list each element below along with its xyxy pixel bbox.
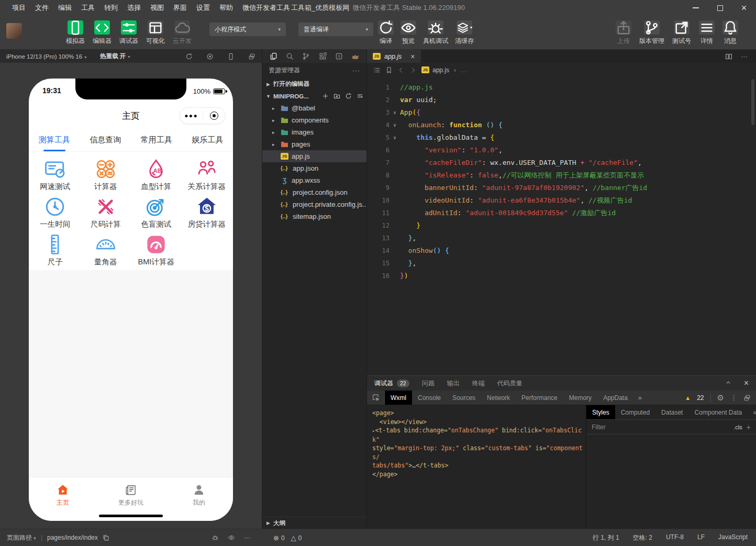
tree-item-pages[interactable]: ▸pages: [262, 138, 366, 150]
close-panel-icon[interactable]: ×: [744, 378, 749, 388]
cls-toggle[interactable]: .cls: [733, 424, 742, 430]
navigate-back-icon[interactable]: [397, 66, 405, 74]
more-dots-icon[interactable]: ●●●: [180, 112, 203, 119]
devtools-tab-Wxml[interactable]: Wxml: [385, 391, 412, 405]
menu-item-10[interactable]: 微信开发者工具: [238, 0, 295, 16]
menu-item-2[interactable]: 编辑: [53, 0, 76, 16]
filter-input[interactable]: Filter: [592, 424, 606, 431]
devtools-tab-Performance[interactable]: Performance: [516, 391, 563, 405]
phone-icon[interactable]: [227, 53, 235, 60]
cascade-icon[interactable]: [248, 53, 255, 60]
toolbar-button-bug[interactable]: 真机调试: [423, 20, 448, 46]
styles-tab-Styles[interactable]: Styles: [586, 405, 615, 419]
tool-item-blood[interactable]: AB血型计算: [131, 156, 182, 194]
close-tab-icon[interactable]: ×: [410, 53, 415, 60]
styles-tab-Computed[interactable]: Computed: [615, 405, 655, 419]
menu-item-5[interactable]: 选择: [123, 0, 146, 16]
copy-icon[interactable]: [103, 534, 109, 541]
devtools-tab-AppData[interactable]: AppData: [597, 391, 633, 405]
debugger-tab-输出[interactable]: 输出: [447, 379, 460, 388]
tool-item-clock[interactable]: 一生时间: [30, 194, 81, 231]
tool-item-house[interactable]: $房贷计算器: [182, 194, 232, 231]
inspect-element-button[interactable]: [367, 391, 385, 405]
status-more-icon[interactable]: ···: [244, 534, 250, 541]
toolbar-button-layers[interactable]: ▾清缓存: [455, 20, 474, 46]
toolbar-button-refresh[interactable]: 编译: [378, 20, 394, 46]
eye-icon[interactable]: [228, 534, 235, 541]
menu-item-4[interactable]: 转到: [99, 0, 123, 16]
status-item-2[interactable]: UTF-8: [666, 533, 684, 542]
ext-icon[interactable]: [319, 52, 327, 60]
more-actions-icon[interactable]: ···: [352, 67, 360, 74]
open-editors-section[interactable]: ▶ 打开的编辑器: [262, 78, 366, 90]
category-tab-1[interactable]: 信息查询: [80, 129, 131, 151]
tabbar-item-person[interactable]: 我的: [165, 477, 233, 521]
files-icon[interactable]: [270, 52, 277, 60]
editor-tab-appjs[interactable]: JS app.js ×: [367, 50, 421, 63]
styles-tab-Dataset[interactable]: Dataset: [655, 405, 688, 419]
refresh-icon[interactable]: [185, 53, 193, 60]
fold-icon[interactable]: ∨: [390, 106, 400, 119]
toolbar-button-code[interactable]: 编辑器: [93, 20, 112, 46]
avatar[interactable]: [6, 23, 22, 39]
toolbar-button-phone[interactable]: 模拟器: [66, 20, 85, 46]
close-button[interactable]: ×: [732, 0, 756, 16]
fold-icon[interactable]: ∨: [390, 131, 400, 144]
toolbar-button-layout[interactable]: 可视化: [146, 20, 165, 46]
devtools-tab-Network[interactable]: Network: [481, 391, 516, 405]
tree-item-images[interactable]: ▸images: [262, 126, 366, 138]
tool-item-bmi[interactable]: BMI计算器: [131, 231, 182, 269]
tool-item-relation[interactable]: 关系计算器: [182, 156, 232, 194]
debugger-tab-代码质量[interactable]: 代码质量: [497, 379, 522, 388]
tree-item-project.private.config.js...[interactable]: {..}project.private.config.js...: [262, 198, 366, 210]
hot-reload-toggle[interactable]: 热重载 开▾: [100, 52, 130, 60]
styles-overflow-icon[interactable]: »: [748, 405, 756, 419]
tool-item-target[interactable]: 色盲测试: [131, 194, 182, 231]
kebab-menu-icon[interactable]: ⋮: [730, 394, 737, 402]
compile-select[interactable]: 普通编译 ▾: [298, 23, 373, 36]
styles-tab-Component-Data[interactable]: Component Data: [688, 405, 748, 419]
tree-item-project.config.json[interactable]: {..}project.config.json: [262, 186, 366, 198]
warning-icon[interactable]: ▲: [685, 395, 691, 401]
undock-icon[interactable]: [743, 394, 751, 402]
page-path-selector[interactable]: 页面路径 ▾: [7, 533, 36, 542]
toolbar-button-branch[interactable]: 版本管理: [639, 20, 664, 46]
tool-item-protractor[interactable]: 量角器: [81, 231, 131, 269]
toolbar-button-external[interactable]: 测试号: [672, 20, 691, 46]
status-item-1[interactable]: 空格: 2: [633, 533, 652, 542]
sbox-icon[interactable]: S: [335, 52, 343, 60]
capsule-close-target[interactable]: [203, 112, 226, 120]
collapse-icon[interactable]: [357, 93, 363, 99]
toolbar-button-lines[interactable]: 详情: [699, 20, 715, 46]
toolbar-button-sliders[interactable]: 调试器: [119, 20, 138, 46]
tabs-overflow-icon[interactable]: »: [633, 391, 647, 405]
toolbar-button-eye[interactable]: 预览: [401, 20, 416, 46]
debugger-tab-终端[interactable]: 终端: [472, 379, 485, 388]
editor-scrollbar[interactable]: [751, 79, 754, 125]
outline-section[interactable]: ▶ 大纲: [262, 517, 366, 529]
record-icon[interactable]: [206, 53, 214, 60]
navigate-forward-icon[interactable]: [409, 66, 417, 74]
menu-item-1[interactable]: 文件: [30, 0, 53, 16]
split-editor-icon[interactable]: [725, 53, 732, 60]
menu-item-8[interactable]: 设置: [192, 0, 215, 16]
status-item-4[interactable]: JavaScript: [718, 533, 748, 542]
status-item-0[interactable]: 行 1, 列 1: [593, 533, 619, 542]
tree-item-app.js[interactable]: JSapp.js: [262, 150, 366, 162]
devtools-tab-Sources[interactable]: Sources: [447, 391, 481, 405]
tool-item-calc[interactable]: 计算器: [81, 156, 131, 194]
menu-item-0[interactable]: 项目: [7, 0, 30, 16]
tree-item-app.wxss[interactable]: Ʒapp.wxss: [262, 174, 366, 186]
fold-icon[interactable]: ∨: [390, 119, 400, 131]
category-tab-0[interactable]: 测算工具: [29, 129, 80, 151]
debugger-tab-调试器[interactable]: 调试器22: [374, 379, 409, 388]
tool-item-ruler[interactable]: 尺子: [30, 231, 81, 269]
status-item-3[interactable]: LF: [697, 533, 705, 542]
devtools-tab-Console[interactable]: Console: [412, 391, 447, 405]
bug-icon[interactable]: [212, 534, 219, 541]
tool-item-speed[interactable]: 网速测试: [30, 156, 81, 194]
bookmark-icon[interactable]: [385, 66, 393, 74]
wxml-tree-view[interactable]: <page> <view></view>▸<t-tabs bind:change…: [367, 405, 586, 529]
refresh-icon[interactable]: [345, 93, 352, 99]
toolbar-button-bell[interactable]: 消息: [722, 20, 738, 46]
